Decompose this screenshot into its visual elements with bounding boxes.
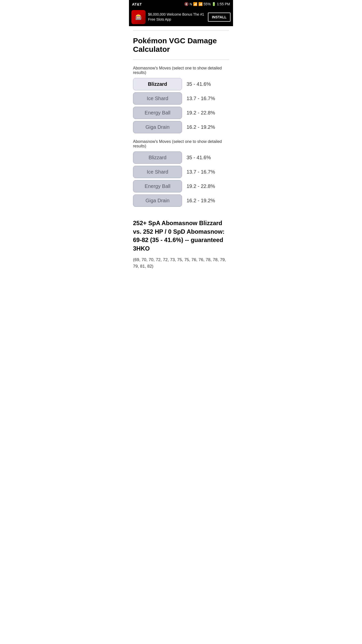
move-damage-energy-ball-1: 19.2 - 22.8% — [187, 110, 215, 116]
ad-banner: 🎰 $6,000,000 Welcome Bonus The #1 Free S… — [129, 8, 233, 26]
main-content: Pokémon VGC Damage Calculator Abomasnow'… — [129, 26, 233, 273]
slots-icon: 🎰 — [135, 14, 142, 20]
time-label: 1:55 PM — [217, 2, 230, 6]
carrier-label: AT&T — [132, 2, 142, 6]
move-damage-ice-shard-2: 13.7 - 16.7% — [187, 169, 215, 175]
move-damage-giga-drain-1: 16.2 - 19.2% — [187, 124, 215, 130]
move-button-ice-shard-2[interactable]: Ice Shard — [133, 166, 182, 178]
status-bar: AT&T 🔇 N 📶 📶 55% 🔋 1:55 PM — [129, 0, 233, 8]
move-row-1-0: Blizzard 35 - 41.6% — [133, 78, 229, 90]
move-button-blizzard-2[interactable]: Blizzard — [133, 151, 182, 164]
move-row-1-3: Giga Drain 16.2 - 19.2% — [133, 121, 229, 133]
signal-icon: 📶 — [198, 2, 203, 6]
move-row-2-1: Ice Shard 13.7 - 16.7% — [133, 166, 229, 178]
move-row-1-2: Energy Ball 19.2 - 22.8% — [133, 107, 229, 119]
move-button-ice-shard-1[interactable]: Ice Shard — [133, 92, 182, 105]
section-1-label: Abomasnow's Moves (select one to show de… — [133, 66, 229, 75]
ad-image: 🎰 — [131, 10, 146, 24]
title-divider — [133, 60, 229, 60]
ad-icon: 🎰 — [131, 10, 146, 24]
move-damage-blizzard-1: 35 - 41.6% — [187, 81, 211, 87]
section-2-label: Abomasnow's Moves (select one to show de… — [133, 139, 229, 148]
move-button-blizzard-1[interactable]: Blizzard — [133, 78, 182, 90]
move-row-2-2: Energy Ball 19.2 - 22.8% — [133, 180, 229, 192]
wifi-icon: 📶 — [193, 2, 197, 6]
move-row-2-3: Giga Drain 16.2 - 19.2% — [133, 194, 229, 207]
moves-section-1: Abomasnow's Moves (select one to show de… — [133, 66, 229, 133]
move-row-2-0: Blizzard 35 - 41.6% — [133, 151, 229, 164]
moves-section-2: Abomasnow's Moves (select one to show de… — [133, 139, 229, 207]
result-title: 252+ SpA Abomasnow Blizzard vs. 252 HP /… — [133, 219, 229, 253]
battery-percent: 55% — [204, 2, 211, 6]
move-button-giga-drain-1[interactable]: Giga Drain — [133, 121, 182, 133]
move-damage-energy-ball-2: 19.2 - 22.8% — [187, 183, 215, 189]
result-section: 252+ SpA Abomasnow Blizzard vs. 252 HP /… — [133, 215, 229, 269]
move-row-1-1: Ice Shard 13.7 - 16.7% — [133, 92, 229, 105]
ad-text: $6,000,000 Welcome Bonus The #1 Free Slo… — [148, 12, 205, 22]
move-button-energy-ball-1[interactable]: Energy Ball — [133, 107, 182, 119]
move-damage-ice-shard-1: 13.7 - 16.7% — [187, 96, 215, 101]
top-divider — [133, 30, 229, 30]
move-damage-giga-drain-2: 16.2 - 19.2% — [187, 198, 215, 204]
mute-icon: 🔇 — [184, 2, 189, 6]
page-title: Pokémon VGC Damage Calculator — [133, 36, 229, 54]
result-values: (69, 70, 70, 72, 72, 73, 75, 75, 76, 76,… — [133, 257, 229, 269]
move-button-energy-ball-2[interactable]: Energy Ball — [133, 180, 182, 192]
move-button-giga-drain-2[interactable]: Giga Drain — [133, 194, 182, 207]
status-icons: 🔇 N 📶 📶 55% 🔋 1:55 PM — [184, 2, 230, 6]
nfc-icon: N — [190, 2, 192, 6]
battery-icon: 🔋 — [212, 2, 216, 6]
move-damage-blizzard-2: 35 - 41.6% — [187, 155, 211, 160]
install-button[interactable]: INSTALL — [208, 13, 231, 22]
